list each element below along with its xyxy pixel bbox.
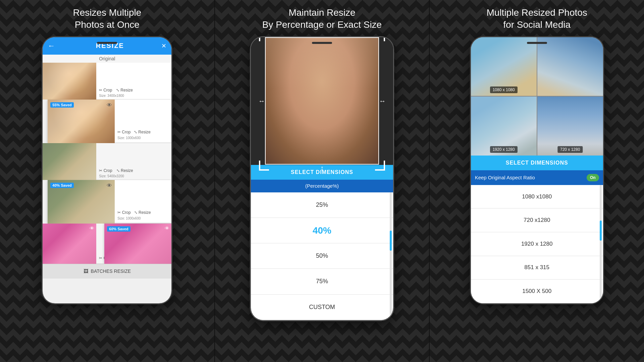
dim-item-75[interactable]: 75% [251,269,393,294]
photo-thumb-2: 40% Saved 👁 [48,180,115,224]
phone-speaker-2 [312,42,332,44]
handle-left[interactable]: ↔ [255,94,268,108]
percentage-bar: (Percentage%) [251,180,393,192]
eye-icon-1[interactable]: 👁 [107,102,112,108]
action-row-1: ✂ Crop ⤡ Resize [117,130,169,134]
crop-btn-1[interactable]: ✂ Crop [117,130,130,134]
grid-photo-tl: 1080 x 1080 [471,37,537,96]
photo-label-bl: 1920 x 1280 [490,146,518,153]
panel-3: Multiple Resized Photos for Social Media… [430,0,644,362]
select-dims-label-3: SELECT DIMENSIONS [506,160,568,166]
resize-btn-1[interactable]: ⤡ Resize [134,130,151,134]
panel-1-header: Resizes Multiple Photos at Once [63,0,151,36]
eye-icon-3-res[interactable]: 👁 [165,226,169,231]
frame-border [265,37,379,165]
handle-bottom[interactable]: ↕ [315,161,329,175]
batches-label: BATCHES RESIZE [91,268,131,274]
percentage-label: (Percentage%) [305,183,339,189]
grid-photo-bl: 1920 x 1280 [471,97,537,156]
dim-item-3-2[interactable]: 720 x1280 [471,208,603,232]
corner-bl[interactable] [259,161,269,171]
resize-frame: ↕ ↕ ↔ ↔ [265,37,379,165]
photo-info-1: ✂ Crop ⤡ Resize Size: 1000x600 [115,100,171,142]
eye-icon-3-orig[interactable]: 👁 [90,226,94,231]
resize-frame-area: ↕ ↕ ↔ ↔ [251,37,393,165]
phone-screen-2: ↕ ↕ ↔ ↔ SELECT DIM [251,37,393,320]
resize-btn-2-orig[interactable]: ⤡ Resize [116,168,133,173]
photo-thumb-original [43,63,96,100]
photo-item-1-resized: 55% Saved 👁 ✂ Crop ⤡ Resize Size: 1000x6… [48,100,171,143]
dim-item-25[interactable]: 25% [251,192,393,218]
panel-1: Resizes Multiple Photos at Once ← RESIZE… [0,0,214,362]
photo-thumb-3-orig: 👁 [43,224,96,264]
phone-mockup-3: 1080 x 1080 1920 x 1280 720 x 1280 [470,36,604,304]
photo-item-2-original: ✂ Crop ⤡ Resize Size: 5400x3200 [43,143,171,180]
dim-item-3-4[interactable]: 851 x 315 [471,256,603,280]
panel-2-header: Maintain Resize By Percentage or Exact S… [252,0,392,36]
result-size-2: Size: 1000x600 [117,217,169,220]
corner-tr[interactable] [375,36,385,42]
phone-speaker-3 [527,42,547,44]
grid-photo-tr [537,37,603,96]
scrollbar-thumb-3[interactable] [600,221,602,241]
arrow-up-icon: ↕ [320,36,324,38]
corner-tl[interactable] [259,36,269,42]
dim-item-custom[interactable]: CUSTOM [251,295,393,320]
toggle-on-btn[interactable]: On [587,174,599,181]
dim-list-3: 1080 x1080 720 x1280 1920 x 1280 851 x 3… [471,185,603,303]
handle-right[interactable]: ↔ [376,94,389,108]
crop-btn-original[interactable]: ✂ Crop [99,88,112,93]
arrow-left-icon: ↔ [258,97,265,105]
original-label: Original [43,55,171,63]
crop-btn-2-orig[interactable]: ✂ Crop [99,168,112,173]
photo-info-2-orig: ✂ Crop ⤡ Resize Size: 5400x3200 [96,143,171,180]
photo-thumb-1: 55% Saved 👁 [48,100,115,143]
photo-label-br: 720 x 1280 [557,146,583,153]
batches-bar[interactable]: 🖼 BATCHES RESIZE [43,264,171,279]
size-2-orig: Size: 5400x3200 [99,174,169,178]
resize-btn-2[interactable]: ⤡ Resize [134,210,151,215]
dim-item-3-3[interactable]: 1920 x 1280 [471,232,603,256]
handle-top[interactable]: ↕ [315,36,329,41]
photo-info-original: ✂ Crop ⤡ Resize Size: 3400x1800 [96,63,171,99]
phone-screen-3: 1080 x 1080 1920 x 1280 720 x 1280 [471,37,603,303]
dim-item-40[interactable]: 40% [251,218,393,243]
photo-item-2-resized: 40% Saved 👁 ✂ Crop ⤡ Resize Size: 1000x6… [48,180,171,224]
scrollbar[interactable] [390,192,392,320]
photo-list: ✂ Crop ⤡ Resize Size: 3400x1800 55% Save… [43,63,171,264]
saved-badge-2: 40% Saved [50,183,73,188]
photo-label-tl: 1080 x 1080 [490,86,518,93]
dim-item-3-5[interactable]: 1500 X 500 [471,280,603,303]
panel-2: Maintain Resize By Percentage or Exact S… [215,0,429,362]
keep-ratio-bar: Keep Original Aspect Ratio On [471,170,603,185]
phone-mockup-2: ↕ ↕ ↔ ↔ SELECT DIM [250,36,394,321]
arrow-down-icon: ↕ [320,164,324,172]
corner-br[interactable] [375,161,385,171]
resize-btn-original[interactable]: ⤡ Resize [116,88,133,93]
scrollbar-thumb[interactable] [390,231,392,251]
close-button[interactable]: ✕ [161,42,166,50]
dim-item-3-1[interactable]: 1080 x1080 [471,185,603,209]
photo-thumb-2-orig [43,143,96,180]
saved-badge-1: 55% Saved [50,102,73,108]
photo-item-3: 👁 ✂ Crop ⤡ Resize 60% Sa [43,224,171,264]
grid-photo-br: 720 x 1280 [537,97,603,156]
eye-icon-2[interactable]: 👁 [107,183,112,189]
photo-item-3-resized: 60% Saved 👁 [104,224,171,264]
arrow-right-icon: ↔ [379,97,386,105]
dimension-list: 25% 40% 50% 75% CUSTOM [251,192,393,320]
dim-item-50[interactable]: 50% [251,243,393,269]
back-button[interactable]: ← [48,42,55,50]
phone-mockup-1: ← RESIZE ✕ Original ✂ Crop [42,36,172,304]
select-dims-bar-3[interactable]: SELECT DIMENSIONS [471,156,603,170]
photo-thumb-3-res: 60% Saved 👁 [104,224,171,264]
size-original: Size: 3400x1800 [99,94,169,98]
photo-item-original: ✂ Crop ⤡ Resize Size: 3400x1800 [43,63,171,100]
scrollbar-3[interactable] [600,185,602,303]
crop-btn-2[interactable]: ✂ Crop [117,210,130,215]
divider-2 [429,0,430,362]
saved-badge-3: 60% Saved [107,226,130,232]
result-size-1: Size: 1000x600 [117,136,169,140]
phone-speaker [97,42,117,44]
divider-1 [214,0,215,362]
